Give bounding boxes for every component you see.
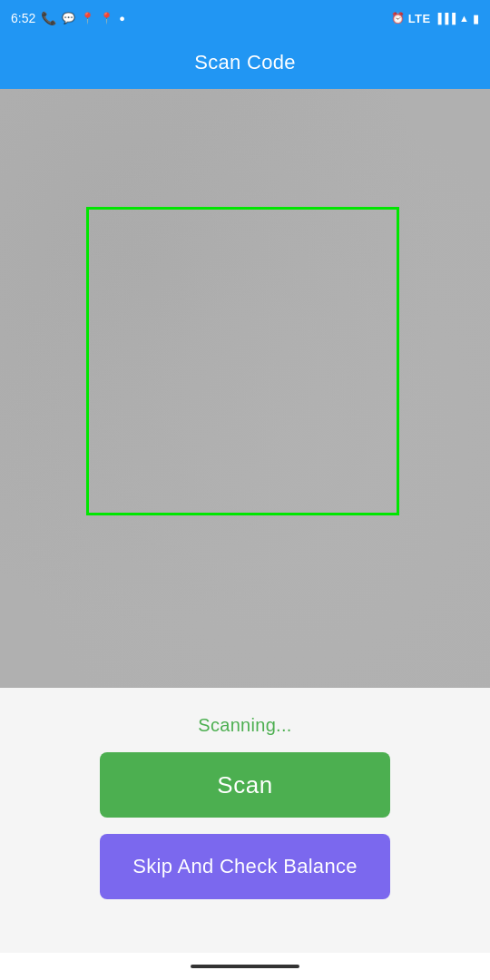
skip-button-label: Skip And Check Balance — [132, 855, 358, 878]
app-header: Scan Code — [0, 36, 490, 89]
scanning-status-text: Scanning... — [198, 715, 291, 736]
status-right: ⏰ LTE ▐▐▐ ▲ ▮ — [391, 12, 479, 25]
bottom-nav-bar — [0, 953, 490, 980]
notification-icon-whatsapp: 💬 — [62, 12, 75, 24]
lte-indicator: LTE — [408, 12, 431, 25]
notification-icon-location: 📍 — [81, 12, 94, 24]
scan-button[interactable]: Scan — [100, 752, 390, 818]
bottom-panel: Scanning... Scan Skip And Check Balance — [0, 688, 490, 980]
status-bar: 6:52 📞 💬 📍 📍 ● ⏰ LTE ▐▐▐ ▲ ▮ — [0, 0, 490, 36]
scan-button-label: Scan — [217, 771, 272, 799]
skip-and-check-balance-button[interactable]: Skip And Check Balance — [100, 834, 390, 899]
signal-bars-icon: ▐▐▐ — [435, 13, 456, 24]
battery-icon: ▮ — [473, 12, 479, 25]
notification-dot: ● — [119, 13, 125, 24]
notification-icon-phone: 📞 — [41, 11, 56, 25]
alarm-icon: ⏰ — [391, 12, 405, 24]
page-title: Scan Code — [194, 51, 296, 74]
camera-viewfinder — [0, 89, 490, 688]
wifi-icon: ▲ — [459, 13, 469, 24]
time-display: 6:52 — [11, 11, 35, 25]
scan-box-overlay — [86, 207, 399, 515]
status-left: 6:52 📞 💬 📍 📍 ● — [11, 11, 125, 25]
notification-icon-extra: 📍 — [100, 12, 113, 24]
bottom-home-indicator — [191, 965, 299, 968]
